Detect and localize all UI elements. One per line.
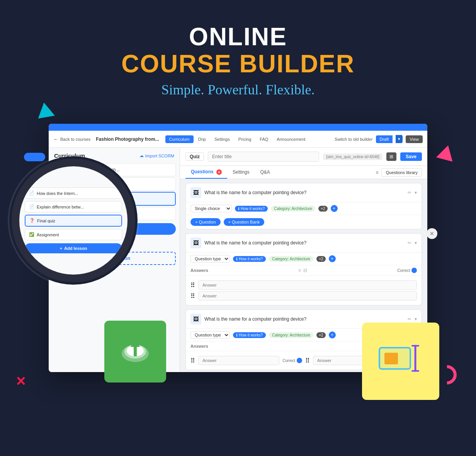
zoom-lesson-1: 📄 How does the Intern... <box>25 188 122 199</box>
quiz-tab-settings[interactable]: Settings <box>227 166 255 179</box>
how-works-text-3: How it works? <box>239 333 263 337</box>
pink-triangle-decor <box>436 143 456 162</box>
quiz-label: Quiz <box>185 152 204 161</box>
zoom-content: 📄 How does the Intern... 📄 Explain diffe… <box>19 166 128 275</box>
answer-section: ⠿ ⠿ <box>186 275 422 305</box>
how-works-text: How it works? <box>241 207 265 211</box>
how-it-works-badge-2[interactable]: ℹ How it works? <box>233 256 266 262</box>
question-meta-1: Single choice Multiple choice ℹ How it w… <box>186 202 422 215</box>
back-to-courses-button[interactable]: ← Back to courses <box>53 136 90 142</box>
answer-row-2: ⠿ <box>190 291 417 301</box>
copy-button[interactable]: ⊞ <box>386 152 396 161</box>
quiz-title-input[interactable] <box>208 152 319 162</box>
add-question-button[interactable]: + Question <box>190 218 221 226</box>
drag-handle-answer-2: ⠿ <box>190 292 195 300</box>
question-type-select[interactable]: Single choice Multiple choice <box>190 205 232 212</box>
quiz-tab-qa[interactable]: Q&A <box>255 166 275 179</box>
zoom-add-lesson-button[interactable]: + Add lesson <box>25 243 122 253</box>
zoom-lesson-quiz: ❓ Final quiz <box>25 215 122 227</box>
title-course-builder: COURSE BUILDER <box>0 50 476 77</box>
edit-icon-3[interactable]: ✏ <box>408 316 411 322</box>
list-icon[interactable]: ≡ <box>298 268 301 273</box>
quiz-panel-header: Quiz [stm_lms_quiz_online id=6548] ⊞ Sav… <box>180 148 427 166</box>
quiz-tab-questions[interactable]: Questions ● <box>185 166 227 179</box>
zoom-lesson-2: 📄 Explain difference betw... <box>25 201 122 212</box>
blue-oval-decor <box>24 153 45 161</box>
nav-tab-announcement[interactable]: Announcement <box>273 135 309 143</box>
info-icon: ℹ <box>238 207 240 211</box>
save-button[interactable]: Save <box>400 152 422 161</box>
answer-input-2[interactable] <box>198 291 417 301</box>
category-badge-2: Category: Architecture <box>269 256 313 262</box>
edit-icon[interactable]: ✏ <box>408 190 411 195</box>
nav-tab-settings[interactable]: Settings <box>211 135 234 143</box>
add-tag-button-2[interactable]: + <box>329 255 336 262</box>
edit-icon-2[interactable]: ✏ <box>408 240 411 246</box>
zoom-lesson-text-2: Explain difference betw... <box>37 205 84 209</box>
header-section: ONLINE COURSE BUILDER Simple. Powerful. … <box>0 0 476 98</box>
nav-tab-drip[interactable]: Drip <box>194 135 210 143</box>
upload-icon: ☁ <box>139 153 144 158</box>
zoom-lesson-assignment: ✅ Assignment <box>25 229 122 240</box>
question-text-2: What is the name for a computer pointing… <box>204 240 405 246</box>
zoom-add-label: Add lesson <box>64 246 87 251</box>
upload-icon <box>116 332 155 371</box>
quiz-id-badge: [stm_lms_quiz_online id=6548] <box>323 154 382 160</box>
answers-label-3: Answers <box>190 344 208 348</box>
nav-tab-pricing[interactable]: Pricing <box>235 135 255 143</box>
zoom-doc-icon-1: 📄 <box>29 191 34 196</box>
zoom-lesson-text-assignment: Assignment <box>37 232 59 237</box>
zoom-assignment-icon: ✅ <box>29 232 34 237</box>
add-question-bank-button[interactable]: + Question Bank <box>224 218 265 226</box>
switch-old-builder[interactable]: Switch to old builder <box>335 137 372 142</box>
import-scorm-button[interactable]: ☁ Import SCORM <box>139 153 174 158</box>
question-card-2: 🖼 What is the name for a computer pointi… <box>185 233 422 306</box>
title-online: ONLINE <box>0 23 476 50</box>
question-header-1: 🖼 What is the name for a computer pointi… <box>186 183 422 202</box>
questions-library-button[interactable]: Questions library <box>381 168 422 177</box>
category-badge-3: Category: Architecture <box>269 332 313 338</box>
more-count-badge: +2 <box>318 206 327 212</box>
grid-icon[interactable]: ⊟ <box>303 268 307 273</box>
back-label: Back to courses <box>60 137 90 142</box>
draft-button[interactable]: Draft <box>376 135 393 143</box>
subtitle: Simple. Powerful. Flexible. <box>0 82 476 98</box>
how-it-works-badge-3[interactable]: ℹ How it works? <box>233 332 266 338</box>
nav-tab-faq[interactable]: FAQ <box>256 135 272 143</box>
answers-label: Answers <box>190 268 208 273</box>
view-button[interactable]: View <box>406 135 423 143</box>
questions-badge: ● <box>216 169 222 175</box>
chevron-down-icon[interactable]: ▾ <box>415 190 417 195</box>
question-type-select-2[interactable]: Question type Single choice <box>190 255 230 263</box>
nav-tab-curriculum[interactable]: Curriculum <box>165 135 194 143</box>
answer-tools: ≡ ⊟ <box>298 268 307 273</box>
correct-label-2: Correct <box>282 358 302 363</box>
correct-radio-filled <box>411 268 417 273</box>
teal-triangle-decor <box>36 101 55 118</box>
question-image-icon-3: 🖼 <box>190 314 201 324</box>
add-tag-button[interactable]: + <box>331 205 338 212</box>
sort-icon[interactable]: ≡ <box>376 170 378 175</box>
how-it-works-badge[interactable]: ℹ How it works? <box>235 206 268 212</box>
zoom-lesson-text-1: How does the Intern... <box>37 191 78 196</box>
close-overlay-button[interactable]: ✕ <box>427 228 437 239</box>
zoom-doc-icon-2: 📄 <box>29 204 34 209</box>
top-bar <box>49 124 427 131</box>
answer-input-3[interactable] <box>198 356 279 365</box>
drag-handle-answer-3: ⠿ <box>190 357 195 364</box>
add-tag-button-3[interactable]: + <box>329 331 336 338</box>
correct-radio-filled-2 <box>297 358 302 363</box>
chevron-down-icon-3[interactable]: ▾ <box>415 316 417 322</box>
more-count-badge-3: +2 <box>316 332 325 338</box>
chevron-down-icon-2[interactable]: ▾ <box>415 240 417 246</box>
question-type-select-3[interactable]: Question type Single choice <box>190 331 230 339</box>
answer-input-1[interactable] <box>198 280 417 290</box>
course-title-nav: Fashion Photography from... <box>96 137 159 142</box>
correct-label: Correct <box>397 268 417 273</box>
zoom-lesson-text-quiz: Final quiz <box>37 219 55 223</box>
more-count-badge-2: +2 <box>316 256 325 262</box>
question-image-icon-2: 🖼 <box>190 237 201 248</box>
question-image-icon: 🖼 <box>190 187 201 198</box>
quiz-tabs-bar: Questions ● Settings Q&A ≡ Questions lib… <box>180 166 427 179</box>
draft-dropdown-button[interactable]: ▾ <box>396 135 403 143</box>
